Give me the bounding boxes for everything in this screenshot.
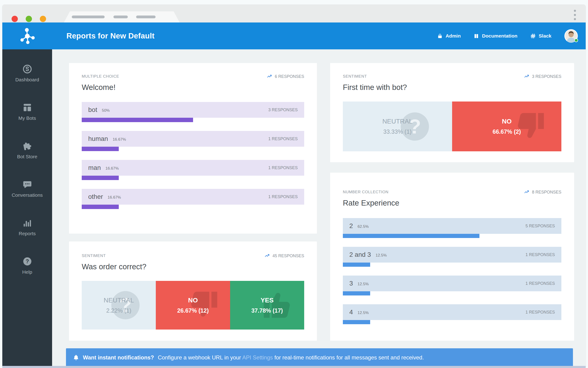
segment-label: NEUTRAL [104,297,134,304]
choice-bar [82,176,119,180]
card-welcome: MULTIPLE CHOICE 6 RESPONSES Welcome! [69,63,317,234]
choice-bar [82,118,193,122]
number-responses: 5 RESPONSES [526,224,555,229]
page-title: Reports for New Default [66,31,154,40]
tab-placeholder [136,16,156,18]
number-percent: 12.5% [376,253,386,258]
tab-placeholder [114,16,128,18]
number-responses: 1 RESPONSES [526,310,555,315]
notification-text: Want instant notifications? Configure a … [83,354,424,361]
sidebar-item-bot-store[interactable]: Bot Store [2,132,52,171]
zoom-window-button[interactable] [40,16,46,22]
segment-label: YES [261,297,274,304]
dashboard-icon [22,64,32,74]
sidebar-item-reports[interactable]: Reports [2,209,52,248]
sidebar-label: Conversations [12,192,43,198]
segment-value: 33.33% (1) [383,128,412,135]
choice-responses: 1 RESPONSES [268,194,298,199]
choice-percent: 16.67% [105,166,119,171]
sidebar: Dashboard My Bots Bot Store [2,49,52,367]
sidebar-item-conversations[interactable]: Conversations [2,171,52,209]
segment-no: NO 66.67% (2) [452,101,561,151]
minimize-window-button[interactable] [26,16,32,22]
segment-label: NO [502,118,512,125]
responses-count: 45 RESPONSES [265,253,304,259]
number-label: 2 and 3 [349,251,371,258]
bar-chart-icon [22,218,32,228]
browser-tab[interactable] [64,11,180,22]
trending-up-icon [265,253,270,259]
webhook-notification-banner: Want instant notifications? Configure a … [66,348,573,367]
choice-bar [82,147,119,151]
card-rate-experience: NUMBER COLLECTION 8 RESPONSES Rate Exper… [330,173,574,341]
number-label: 3 [349,280,353,287]
user-avatar[interactable] [564,29,578,43]
segment-neutral: NEUTRAL 2.22% (1) ? [82,281,156,330]
chat-bubble-icon [22,180,32,189]
card-category: MULTIPLE CHOICE [82,74,119,79]
card-order-correct: SENTIMENT 45 RESPONSES Was order correct… [69,241,317,341]
browser-chrome [2,5,586,22]
browser-menu-icon[interactable] [574,10,576,20]
trending-up-icon [267,74,272,79]
svg-text:?: ? [26,258,29,264]
number-bar [343,320,370,324]
card-category: SENTIMENT [343,74,367,79]
choice-responses: 1 RESPONSES [268,166,298,170]
card-title: Welcome! [82,83,304,92]
choice-row: other 16.67% 1 RESPONSES [82,189,304,209]
window-bottom-edge [2,366,586,368]
question-mark-watermark: ? [111,291,140,319]
sidebar-label: My Bots [18,115,36,121]
number-responses: 1 RESPONSES [526,252,555,257]
tab-title-placeholder [72,16,105,18]
responses-count: 8 RESPONSES [524,189,561,195]
segment-label: NEUTRAL [382,118,413,125]
number-row: 4 12.5% 1 RESPONSES [343,304,561,324]
number-label: 4 [349,308,353,316]
number-row: 3 12.5% 1 RESPONSES [343,276,561,295]
window-controls [12,16,46,22]
segment-value: 37.78% (17) [251,307,283,314]
segment-value: 26.67% (12) [177,307,209,314]
puzzle-icon [22,140,33,152]
sidebar-label: Dashboard [15,77,39,83]
segment-no: NO 26.67% (12) [156,281,230,330]
notification-post-link: for real-time notifications for all mess… [274,354,424,361]
choice-bar [82,205,119,209]
notification-bold-text: Want instant notifications? [83,354,154,361]
nav-documentation[interactable]: Documentation [474,33,518,39]
sidebar-item-dashboard[interactable]: Dashboard [2,55,52,94]
question-mark-watermark: ? [401,112,429,141]
choice-row: man 16.67% 1 RESPONSES [82,160,304,180]
sidebar-item-help[interactable]: ? Help [2,248,52,286]
choice-percent: 16.67% [108,195,121,200]
choice-percent: 50% [102,108,110,113]
nav-documentation-label: Documentation [482,33,518,39]
choice-label: bot [88,106,97,114]
card-category: NUMBER COLLECTION [343,190,388,194]
choice-label: other [88,193,103,201]
sidebar-label: Help [22,269,32,275]
online-status-dot [574,38,578,42]
book-icon [474,33,479,39]
sidebar-label: Reports [19,231,36,236]
number-percent: 62.5% [358,224,369,229]
screenshot: Reports for New Default Admin Documentat… [0,0,588,368]
choice-row: human 16.67% 1 RESPONSES [82,131,304,151]
slack-icon [530,33,536,39]
close-window-button[interactable] [12,16,18,22]
sidebar-item-my-bots[interactable]: My Bots [2,94,52,132]
nav-slack[interactable]: Slack [530,33,552,39]
sentiment-segments: NEUTRAL 2.22% (1) ? NO 26.67% (12) [82,281,304,330]
thumbs-down-watermark [186,287,221,323]
api-settings-link[interactable]: API Settings [242,354,273,361]
number-bar [343,263,370,267]
sidebar-label: Bot Store [17,154,37,159]
number-percent: 12.5% [358,282,369,286]
number-bar [343,234,479,238]
my-bots-icon [22,103,32,112]
nav-admin[interactable]: Admin [437,33,461,39]
segment-neutral: NEUTRAL 33.33% (1) ? [343,101,452,151]
app-logo[interactable] [2,27,52,45]
